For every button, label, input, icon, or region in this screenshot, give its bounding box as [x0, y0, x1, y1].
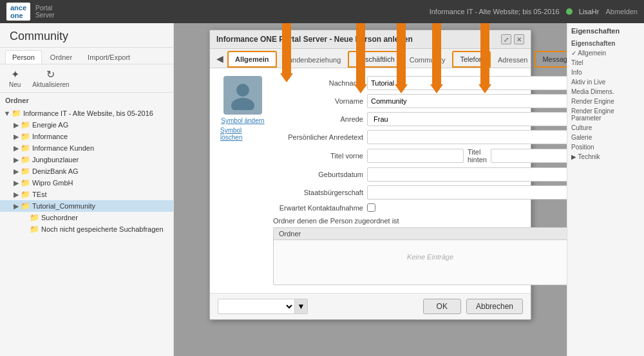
topbar: anceone PortalServer Informance IT - Alt…: [0, 0, 644, 23]
persoenlicher-label: Persönlicher Anredetext: [273, 133, 363, 141]
tree-item[interactable]: ▶ 📁 Energie AG: [0, 119, 173, 131]
tree-toggle: ▼: [3, 109, 12, 117]
titel-hinten-input[interactable]: [491, 149, 567, 163]
new-icon: ✦: [11, 68, 19, 80]
tree-item[interactable]: 📁 Suchordner: [0, 212, 173, 223]
tree-item[interactable]: ▶ 📁 Jungbunzlauer: [0, 154, 173, 165]
vorname-row: Vorname: [273, 94, 567, 108]
tree-item[interactable]: ▶ 📁 Informance Kunden: [0, 142, 173, 154]
nachname-label: Nachname: [273, 79, 363, 87]
folder-icon: 📁: [21, 178, 30, 187]
folder-icon: 📁: [21, 120, 30, 129]
tree-toggle: ▶: [12, 167, 21, 176]
geburtsdatum-input[interactable]: [367, 167, 567, 182]
logout-link[interactable]: Abmelden: [605, 8, 638, 15]
abbrechen-button[interactable]: Abbrechen: [466, 299, 523, 314]
dialog-tab-community[interactable]: Community: [402, 52, 453, 67]
staatsbuergerschaft-select[interactable]: [367, 185, 567, 200]
avatar-figure: [223, 76, 262, 115]
sidebar-tab-ordner[interactable]: Ordner: [43, 50, 79, 64]
dialog-tabs: ◀ AllgemeinKundenbeziehungGeschäftlichCo…: [210, 49, 531, 68]
close-button[interactable]: ✕: [514, 34, 524, 44]
tree-label: Energie AG: [32, 121, 68, 129]
geburtsdatum-row: Geburtsdatum 📅: [273, 167, 567, 182]
new-button[interactable]: ✦ Neu: [5, 67, 24, 89]
logo-subtext: PortalServer: [35, 5, 54, 19]
content-area: Informance ONE Portal Server - Neue Pers…: [174, 23, 567, 356]
right-panel-item: ▶ Technik: [571, 152, 640, 162]
folder-icon: 📁: [21, 167, 30, 176]
footer-dropdown-btn[interactable]: ▼: [295, 299, 308, 314]
dialog-overlay: Informance ONE Portal Server - Neue Pers…: [174, 23, 567, 356]
tree-container: ▼ 📁 Informance IT - Alte Website, bis 05…: [0, 106, 173, 356]
dialog-title: Informance ONE Portal Server - Neue Pers…: [216, 35, 413, 44]
dialog-body: Symbol ändern Symbol löschen Nachname Vo…: [210, 68, 531, 293]
tree-label: Noch nicht gespeicherte Suchabfragen: [41, 225, 164, 233]
update-button[interactable]: ↻ Aktualisieren: [28, 67, 73, 89]
right-panel-item: Culture: [571, 123, 640, 133]
tree-label: Suchordner: [41, 214, 78, 221]
symbol-aendern-link[interactable]: Symbol ändern: [221, 117, 264, 124]
dialog-tab-messaging[interactable]: Messaging: [535, 51, 567, 68]
dialog-titlebar: Informance ONE Portal Server - Neue Pers…: [210, 30, 531, 49]
update-icon: ↻: [46, 68, 55, 80]
tree-item[interactable]: ▶ 📁 TEst: [0, 189, 173, 200]
tree-item[interactable]: ▶ 📁 Informance: [0, 131, 173, 142]
ordner-section: Ordner denen die Person zugeordnet ist O…: [273, 217, 567, 285]
titel-row: Titel vorne Titel hinten: [273, 148, 567, 164]
folder-icon: 📁: [30, 225, 39, 234]
titel-double-group: Titel hinten: [367, 148, 567, 164]
anrede-select[interactable]: Frau Herr Dr. Prof.: [367, 112, 567, 126]
folder-icon: 📁: [21, 201, 30, 211]
tree-label: Informance: [32, 133, 68, 140]
ok-button[interactable]: OK: [423, 299, 461, 314]
nachname-input[interactable]: [367, 76, 567, 90]
svg-point-0: [236, 84, 249, 97]
sidebar-tab-importexport[interactable]: Import/Export: [80, 50, 137, 64]
dialog-tab-adressen[interactable]: Adressen: [491, 52, 535, 67]
right-panel-item: ✓ Allgemein: [571, 48, 640, 58]
dialog-form: Nachname Vorname Anrede Frau Herr: [273, 76, 567, 285]
vorname-label: Vorname: [273, 97, 363, 105]
date-row-group: 📅: [367, 167, 567, 182]
tree-toggle: ▶: [12, 133, 21, 141]
sidebar-tab-person[interactable]: Person: [5, 50, 42, 64]
maximize-button[interactable]: ⤢: [501, 34, 511, 44]
anrede-row: Anrede Frau Herr Dr. Prof.: [273, 112, 567, 126]
persoenlicher-input[interactable]: [367, 130, 567, 144]
tree-item[interactable]: ▶ 📁 Tutorial_Community: [0, 200, 173, 212]
vorname-input[interactable]: [367, 94, 567, 108]
erwartet-label: Erwartet Kontaktaufnahme: [273, 204, 363, 212]
right-panel-items: Eigenschaften✓ AllgemeinTitelInfoAktiv i…: [571, 39, 640, 162]
tree-label: DenizBank AG: [32, 167, 79, 175]
right-panel-item: Media Dimens.: [571, 87, 640, 97]
server-info: Informance IT - Alte Website; bis 05-201…: [430, 8, 560, 15]
titel-vorne-input[interactable]: [367, 149, 464, 163]
tab-prev-arrow[interactable]: ◀: [213, 53, 227, 64]
dialog-tab-kundenbeziehung[interactable]: Kundenbeziehung: [277, 52, 348, 67]
tree-label: Jungbunzlauer: [32, 156, 79, 164]
tree-label: Informance IT - Alte Website, bis 05-201…: [23, 109, 153, 117]
geburtsdatum-label: Geburtsdatum: [273, 171, 363, 178]
tree-toggle: ▶: [12, 202, 21, 211]
folder-icon: 📁: [21, 190, 30, 199]
folder-icon: 📁: [21, 132, 30, 141]
tree-item[interactable]: ▶ 📁 DenizBank AG: [0, 165, 173, 177]
tree-item[interactable]: 📁 Noch nicht gespeicherte Suchabfragen: [0, 223, 173, 235]
dialog-tab-telefon[interactable]: Telefon: [452, 51, 490, 68]
symbol-loeschen-link[interactable]: Symbol löschen: [220, 127, 265, 141]
tree-item[interactable]: ▶ 📁 Wipro GmbH: [0, 177, 173, 189]
erwartet-checkbox[interactable]: [367, 203, 375, 212]
dialog-footer: ▼ OK Abbrechen: [210, 293, 531, 319]
staatsbuergerschaft-row: Staatsbürgerschaft: [273, 185, 567, 200]
right-panel: Eigenschaften Eigenschaften✓ AllgemeinTi…: [567, 23, 644, 356]
dialog-tab-geschftlich[interactable]: Geschäftlich: [348, 51, 402, 68]
ordner-header: Ordner: [274, 228, 567, 240]
tree-label: Wipro GmbH: [32, 179, 73, 187]
sidebar-title: Community: [0, 23, 173, 48]
tree-item[interactable]: ▼ 📁 Informance IT - Alte Website, bis 05…: [0, 108, 173, 119]
user-name[interactable]: LisaHr: [579, 8, 600, 15]
dialog-tab-allgemein[interactable]: Allgemein: [227, 51, 277, 68]
dialog-controls: ⤢ ✕: [501, 34, 524, 44]
footer-select[interactable]: [218, 299, 295, 314]
